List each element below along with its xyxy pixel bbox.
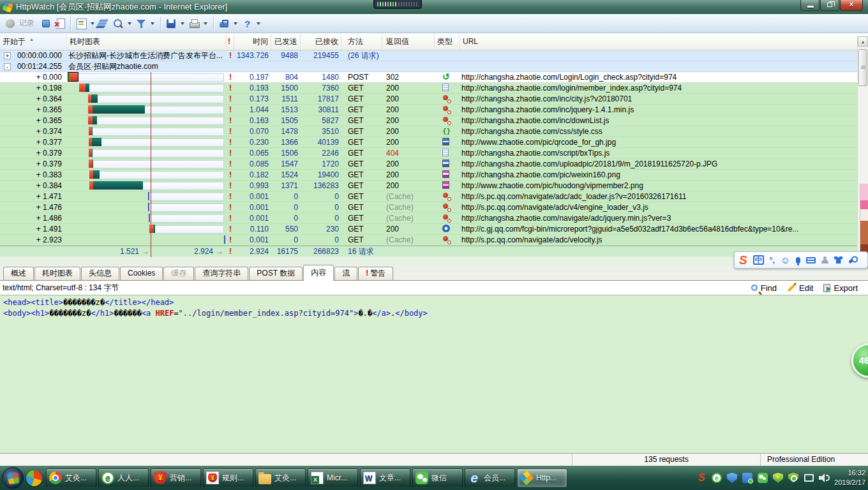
request-row[interactable]: + 2.923!0.00100GET(Cache)http://s.pc.qq.…: [0, 235, 868, 246]
emoji-icon[interactable]: ☺: [781, 255, 790, 265]
microphone-icon[interactable]: [796, 257, 800, 264]
tools-button[interactable]: [218, 17, 230, 30]
request-row[interactable]: + 1.471!0.00100GET(Cache)http://s.pc.qq.…: [0, 191, 868, 202]
column-header-url[interactable]: URL: [460, 34, 868, 50]
quick-launch-sogou-icon[interactable]: [26, 470, 42, 486]
clear-button[interactable]: [54, 17, 66, 30]
tab-流[interactable]: 流: [334, 267, 357, 280]
taskbar-button-folder[interactable]: 艾灸...: [255, 468, 306, 487]
print-dropdown-icon[interactable]: [204, 22, 207, 25]
tray-antivirus-icon[interactable]: [773, 473, 783, 483]
find-button[interactable]: [112, 17, 124, 30]
request-row[interactable]: + 1.476!0.00100GET(Cache)http://s.pc.qq.…: [0, 202, 868, 213]
column-header-result[interactable]: 返回值: [382, 34, 435, 50]
tab-POST 数据[interactable]: POST 数据: [249, 267, 303, 280]
collapse-icon[interactable]: -: [4, 63, 11, 70]
request-row[interactable]: + 1.491!0.110550230GET200http://c.gj.qq.…: [0, 224, 868, 235]
request-row[interactable]: + 0.383!0.182152419400GET200http://chang…: [0, 170, 868, 181]
tab-查询字符串[interactable]: 查询字符串: [195, 267, 248, 280]
taskbar-button-chrome[interactable]: 艾灸...: [46, 468, 96, 487]
print-button[interactable]: [188, 17, 200, 30]
column-header-warning[interactable]: !: [227, 34, 234, 50]
request-row[interactable]: + 0.379!0.08515471720GET200http://changs…: [0, 159, 868, 170]
start-button[interactable]: [2, 467, 24, 489]
tab-头信息[interactable]: 头信息: [81, 267, 119, 280]
request-row[interactable]: + 0.000!0.1978041480POST302↺http://chang…: [0, 72, 868, 83]
skin-icon[interactable]: [834, 256, 842, 264]
tab-缓存[interactable]: 缓存: [163, 267, 194, 280]
tab-概述[interactable]: 概述: [3, 267, 34, 280]
tab-警告[interactable]: !警告: [358, 267, 393, 280]
request-row[interactable]: + 0.364!0.173151117817GET200http://chang…: [0, 94, 868, 105]
taskbar-button-ie[interactable]: e会员...: [465, 468, 515, 487]
tray-security-shield-icon[interactable]: [727, 473, 737, 483]
tray-sogou-icon[interactable]: S: [696, 473, 707, 483]
taskbar-button-green-e[interactable]: e人人...: [98, 468, 149, 487]
group-row[interactable]: -00:01:24.255会员区·招贴网zhaotie.com: [0, 61, 868, 72]
restore-button[interactable]: [820, 0, 839, 11]
tab-Cookies[interactable]: Cookies: [120, 267, 163, 280]
close-button[interactable]: ×: [840, 0, 863, 11]
record-button[interactable]: [4, 17, 17, 30]
edit-action[interactable]: Edit: [787, 283, 813, 293]
group-row[interactable]: +00:00:00.000长沙招贴网-长沙城市生活消费广告发布平台...!134…: [0, 50, 868, 61]
method-cell: GET: [341, 83, 382, 93]
export-action[interactable]: Export: [823, 283, 858, 293]
column-header-received[interactable]: 已接收: [301, 34, 341, 50]
find-action[interactable]: Find: [751, 283, 777, 293]
tray-browser-icon[interactable]: e: [712, 473, 722, 483]
tray-wechat-icon[interactable]: [758, 473, 768, 483]
save-dropdown-icon[interactable]: [181, 22, 184, 25]
tools-dropdown-icon[interactable]: [234, 22, 237, 25]
column-header-type[interactable]: 类型: [435, 34, 460, 50]
tray-tencent-icon[interactable]: [742, 473, 752, 483]
column-header-sent[interactable]: 已发送: [271, 34, 301, 50]
save-button[interactable]: [165, 17, 177, 30]
network-icon[interactable]: [804, 473, 814, 484]
page-view-button[interactable]: [98, 17, 110, 30]
request-row[interactable]: + 0.379!0.06515062246GET404http://changs…: [0, 148, 868, 159]
volume-icon[interactable]: [819, 473, 829, 483]
request-row[interactable]: + 0.198!0.19315007360GET200http://changs…: [0, 83, 868, 94]
code-token: </h1>: [91, 309, 114, 318]
help-button[interactable]: [241, 17, 253, 30]
ime-punctuation-icon[interactable]: °,: [770, 256, 775, 265]
request-row[interactable]: + 0.365!0.16315055827GET200http://changs…: [0, 115, 868, 126]
taskbar-button-word[interactable]: 文章...: [360, 468, 410, 487]
stop-button[interactable]: [40, 17, 52, 30]
expand-icon[interactable]: +: [4, 52, 11, 59]
request-row[interactable]: + 0.377!0.230136640139GET200http://www.z…: [0, 137, 868, 148]
help-dropdown-icon[interactable]: [257, 22, 260, 25]
request-row[interactable]: + 0.365!1.044151330811GET200http://chang…: [0, 105, 868, 115]
column-header-time[interactable]: 时间: [234, 34, 271, 50]
request-row[interactable]: + 0.384!0.9931371136283GET200http://www.…: [0, 181, 868, 191]
tab-内容[interactable]: 内容: [303, 265, 334, 281]
taskbar-button-wechat[interactable]: 微信: [412, 468, 463, 487]
find-dropdown-icon[interactable]: [128, 22, 131, 25]
ime-mode-icon[interactable]: 中: [753, 255, 764, 265]
filter-button[interactable]: [135, 17, 147, 30]
summary-dropdown-icon[interactable]: [91, 22, 94, 25]
sogou-logo-icon[interactable]: S: [739, 254, 747, 267]
content-pane[interactable]: <head><title>�������z�</title></head><bo…: [0, 295, 868, 453]
column-header-chart[interactable]: 耗时图表: [67, 34, 227, 50]
taskbar-button-red-bag[interactable]: ¥营销...: [151, 468, 201, 487]
summary-view-button[interactable]: [75, 17, 87, 30]
scrollbar-thumb[interactable]: [858, 49, 867, 86]
tray-guard-icon[interactable]: [788, 473, 798, 483]
taskbar-button-red-bag-doc[interactable]: 规则...: [203, 468, 253, 487]
filter-dropdown-icon[interactable]: [151, 22, 154, 25]
keyboard-icon[interactable]: [806, 257, 816, 264]
scroll-up-icon[interactable]: ▲: [858, 36, 868, 47]
account-icon[interactable]: [821, 256, 828, 264]
column-header-method[interactable]: 方法: [341, 34, 382, 50]
taskbar-button-excel[interactable]: Micr...: [308, 468, 358, 487]
taskbar-button-httpwatch[interactable]: Http...: [517, 468, 567, 487]
column-header-started[interactable]: 开始于▲: [0, 34, 67, 50]
taskbar-clock[interactable]: 16:322019/2/17: [834, 468, 868, 487]
request-row[interactable]: + 0.374!0.07014783510GET200{}http://chan…: [0, 126, 868, 137]
tab-耗时图表[interactable]: 耗时图表: [34, 267, 80, 280]
minimize-button[interactable]: [800, 0, 819, 11]
ime-settings-icon[interactable]: [848, 256, 857, 264]
request-row[interactable]: + 1.486!0.00100GET(Cache)http://changsha…: [0, 213, 868, 224]
